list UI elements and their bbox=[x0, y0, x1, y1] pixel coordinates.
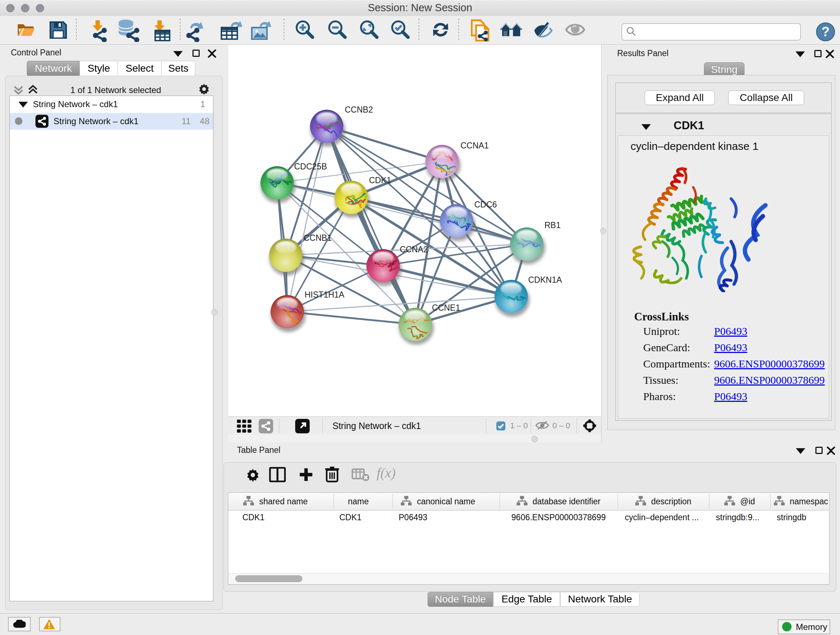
svg-text:HIST1H1A: HIST1H1A bbox=[305, 290, 345, 299]
svg-text:CDKN1A: CDKN1A bbox=[528, 275, 562, 285]
svg-text:RB1: RB1 bbox=[545, 220, 561, 230]
svg-text:CDK1: CDK1 bbox=[369, 176, 391, 185]
svg-text:CCNA1: CCNA1 bbox=[461, 141, 489, 150]
svg-text:CDC6: CDC6 bbox=[474, 200, 497, 209]
svg-text:CCNE1: CCNE1 bbox=[432, 303, 460, 312]
svg-text:CCNB1: CCNB1 bbox=[303, 233, 332, 242]
svg-text:CCNB2: CCNB2 bbox=[345, 105, 373, 114]
svg-text:CCNA2: CCNA2 bbox=[400, 245, 428, 254]
svg-text:CDC25B: CDC25B bbox=[294, 162, 327, 171]
